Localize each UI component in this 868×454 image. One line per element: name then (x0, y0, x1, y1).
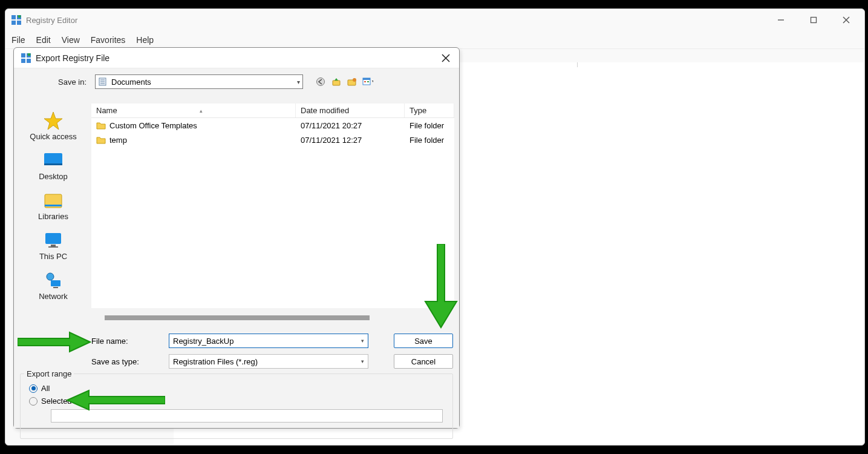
radio-all[interactable]: All (29, 384, 444, 393)
save-in-label: Save in: (14, 77, 91, 87)
svg-rect-2 (11, 21, 16, 25)
svg-rect-11 (21, 59, 25, 63)
file-name: temp (109, 136, 127, 145)
minimize-button[interactable] (774, 13, 788, 27)
svg-rect-9 (21, 53, 25, 58)
radio-icon (29, 397, 38, 406)
network-icon (42, 271, 65, 290)
svg-rect-27 (367, 81, 369, 82)
save-as-type-row: Save as type: Registration Files (*.reg)… (91, 354, 368, 369)
places-sidebar: Quick access Desktop Libraries This PC N… (19, 108, 88, 303)
file-type: File folder (405, 136, 454, 145)
svg-rect-36 (51, 280, 60, 286)
menu-view[interactable]: View (62, 35, 80, 45)
svg-rect-3 (17, 21, 21, 25)
export-registry-dialog: Export Registry File Save in: Documents … (13, 47, 460, 429)
file-name-combobox[interactable]: ▾ (169, 334, 368, 348)
menu-favorites[interactable]: Favorites (91, 35, 126, 45)
file-name-label: File name: (91, 337, 169, 346)
sidebar-item-label: Network (39, 292, 68, 301)
column-headers: Name▴ Date modified Type (91, 104, 454, 118)
svg-rect-31 (45, 205, 62, 206)
svg-point-23 (353, 78, 356, 82)
dialog-close-button[interactable] (440, 52, 452, 64)
file-row[interactable]: temp 07/11/2021 12:27 File folder (91, 133, 454, 147)
sidebar-item-label: Libraries (38, 212, 68, 221)
column-name[interactable]: Name▴ (91, 104, 296, 117)
regedit-icon (11, 15, 21, 25)
horizontal-scrollbar[interactable] (105, 315, 370, 320)
libraries-icon (42, 191, 65, 210)
back-icon[interactable] (315, 76, 326, 87)
menu-edit[interactable]: Edit (36, 35, 51, 45)
export-range-legend: Export range (24, 369, 74, 378)
svg-rect-26 (364, 81, 366, 82)
radio-selected-branch[interactable]: Selected branch (29, 396, 444, 406)
svg-rect-33 (51, 245, 56, 246)
menubar: File Edit View Favorites Help (5, 31, 864, 49)
sidebar-network[interactable]: Network (19, 268, 88, 303)
radio-all-label: All (41, 384, 50, 393)
star-icon (42, 111, 65, 130)
svg-rect-12 (27, 59, 31, 63)
documents-icon (98, 77, 108, 87)
file-date: 07/11/2021 20:27 (296, 121, 405, 130)
folder-icon (96, 136, 106, 144)
sidebar-item-label: This PC (39, 252, 67, 261)
desktop-icon (42, 151, 65, 170)
save-as-type-select[interactable]: Registration Files (*.reg) ▾ (169, 354, 368, 369)
column-date-modified[interactable]: Date modified (296, 104, 405, 117)
svg-rect-25 (363, 78, 370, 80)
sidebar-libraries[interactable]: Libraries (19, 188, 88, 223)
menu-file[interactable]: File (11, 35, 25, 45)
sidebar-quick-access[interactable]: Quick access (19, 108, 88, 143)
svg-rect-34 (48, 246, 58, 248)
dialog-body: Save in: Documents ▾ Quick access Deskto… (14, 68, 459, 428)
svg-rect-21 (333, 81, 340, 85)
divider (577, 62, 578, 67)
export-range-group: Export range All Selected branch (20, 373, 453, 439)
menu-help[interactable]: Help (136, 35, 154, 45)
sidebar-this-pc[interactable]: This PC (19, 228, 88, 263)
save-as-type-label: Save as type: (91, 357, 169, 366)
monitor-icon (42, 231, 65, 250)
sidebar-item-label: Quick access (30, 132, 76, 141)
dialog-titlebar[interactable]: Export Registry File (14, 48, 459, 68)
svg-rect-0 (11, 15, 16, 19)
sidebar-desktop[interactable]: Desktop (19, 148, 88, 183)
column-type[interactable]: Type (405, 104, 454, 117)
file-name-row: File name: ▾ (91, 334, 368, 348)
up-one-level-icon[interactable] (331, 76, 342, 87)
save-in-dropdown[interactable]: Documents ▾ (95, 74, 303, 89)
svg-point-35 (47, 273, 54, 280)
sidebar-item-label: Desktop (39, 172, 68, 181)
annotation-arrow-filename (18, 331, 91, 353)
radio-selected-label: Selected branch (41, 396, 98, 406)
view-menu-icon[interactable] (362, 76, 373, 87)
save-in-row: Save in: Documents ▾ (14, 68, 459, 95)
new-folder-icon[interactable] (347, 76, 357, 87)
selected-branch-input[interactable] (51, 409, 443, 423)
svg-rect-29 (44, 163, 62, 165)
file-list[interactable]: Name▴ Date modified Type Custom Office T… (91, 104, 454, 308)
toolbar-icons (315, 76, 373, 87)
save-as-type-value: Registration Files (*.reg) (173, 357, 361, 366)
sort-ascending-icon: ▴ (200, 108, 203, 114)
file-date: 07/11/2021 12:27 (296, 136, 405, 145)
svg-rect-6 (811, 18, 817, 23)
file-type: File folder (405, 121, 454, 130)
svg-point-20 (317, 78, 325, 86)
chevron-down-icon: ▾ (297, 79, 300, 85)
folder-icon (96, 121, 106, 130)
svg-rect-37 (53, 287, 58, 288)
chevron-down-icon: ▾ (361, 358, 364, 364)
cancel-button[interactable]: Cancel (394, 354, 453, 369)
maximize-button[interactable] (806, 13, 821, 27)
dialog-title: Export Registry File (36, 53, 440, 63)
radio-icon (29, 384, 38, 393)
save-button[interactable]: Save (394, 334, 453, 348)
file-row[interactable]: Custom Office Templates 07/11/2021 20:27… (91, 118, 454, 133)
file-name-input[interactable] (173, 337, 361, 346)
close-button[interactable] (839, 13, 853, 27)
chevron-down-icon: ▾ (361, 338, 364, 344)
